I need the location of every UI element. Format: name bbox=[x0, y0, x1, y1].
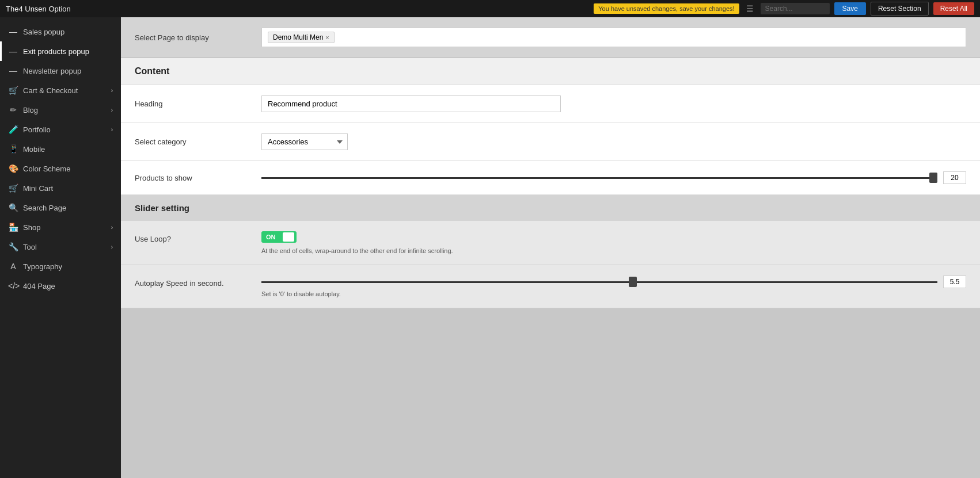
category-control: AccessoriesMenWomenKids bbox=[261, 133, 966, 150]
autoplay-slider[interactable] bbox=[261, 281, 937, 283]
sidebar-item-shop[interactable]: 🏪Shop› bbox=[0, 217, 121, 237]
sidebar-item-label-cart-checkout: Cart & Checkout bbox=[23, 86, 78, 95]
sidebar-item-label-404-page: 404 Page bbox=[23, 282, 55, 290]
save-button[interactable]: Save bbox=[834, 2, 866, 15]
sidebar-item-label-mini-cart: Mini Cart bbox=[23, 184, 53, 193]
products-field-row: Products to show 20 bbox=[121, 161, 980, 195]
page-tag: Demo Multi Men × bbox=[268, 32, 335, 43]
sidebar-item-search-page[interactable]: 🔍Search Page bbox=[0, 198, 121, 217]
slider-section-title: Slider setting bbox=[135, 203, 966, 213]
sidebar-item-icon-exit-products-popup: — bbox=[8, 47, 18, 56]
toggle-wrap: ON bbox=[261, 231, 966, 243]
heading-label: Heading bbox=[135, 100, 250, 108]
sidebar-item-icon-mobile: 📱 bbox=[8, 144, 18, 154]
sidebar-item-icon-blog: ✏ bbox=[8, 105, 18, 114]
sidebar-item-icon-search-page: 🔍 bbox=[8, 203, 18, 212]
select-page-section: Select Page to display Demo Multi Men × bbox=[121, 17, 980, 58]
use-loop-hint: At the end of cells, wrap-around to the … bbox=[261, 247, 966, 254]
sidebar-arrow-blog: › bbox=[111, 107, 113, 113]
autoplay-hint: Set is '0' to disable autoplay. bbox=[261, 290, 966, 297]
sidebar-item-label-typography: Typography bbox=[23, 262, 62, 271]
sidebar-item-icon-portfolio: 🧪 bbox=[8, 125, 18, 134]
use-loop-label: Use Loop? bbox=[135, 231, 250, 243]
sidebar-item-label-blog: Blog bbox=[23, 106, 38, 114]
sidebar-item-icon-tool: 🔧 bbox=[8, 242, 18, 251]
reset-all-button[interactable]: Reset All bbox=[933, 2, 974, 15]
content-panel: Content Heading Select category Accessor… bbox=[121, 58, 980, 195]
products-label: Products to show bbox=[135, 174, 250, 182]
sidebar-item-label-sales-popup: Sales popup bbox=[23, 28, 64, 36]
select-page-label: Select Page to display bbox=[135, 33, 250, 42]
content-section-title: Content bbox=[135, 66, 966, 77]
category-field-row: Select category AccessoriesMenWomenKids bbox=[121, 123, 980, 161]
search-input[interactable] bbox=[761, 3, 830, 14]
toggle-switch[interactable] bbox=[280, 231, 297, 243]
use-loop-field-row: Use Loop? ON At the end of cells, wrap-a… bbox=[121, 221, 980, 265]
sidebar-item-newsletter-popup[interactable]: —Newsletter popup bbox=[0, 61, 121, 81]
tag-remove-button[interactable]: × bbox=[325, 34, 329, 41]
category-select[interactable]: AccessoriesMenWomenKids bbox=[261, 133, 348, 150]
sidebar-arrow-shop: › bbox=[111, 224, 113, 231]
sidebar-item-mini-cart[interactable]: 🛒Mini Cart bbox=[0, 178, 121, 198]
sidebar-item-label-exit-products-popup: Exit products popup bbox=[23, 47, 89, 56]
sidebar-item-exit-products-popup[interactable]: —Exit products popup bbox=[0, 41, 121, 61]
autoplay-slider-row: 5.5 bbox=[261, 276, 966, 288]
toggle-knob bbox=[283, 232, 294, 242]
sidebar-item-blog[interactable]: ✏Blog› bbox=[0, 100, 121, 120]
slider-section-header: Slider setting bbox=[121, 195, 980, 221]
unsaved-notice: You have unsaved changes, save your chan… bbox=[594, 3, 739, 14]
sidebar-item-label-newsletter-popup: Newsletter popup bbox=[23, 67, 81, 75]
sidebar: —Sales popup—Exit products popup—Newslet… bbox=[0, 17, 121, 478]
autoplay-control: 5.5 Set is '0' to disable autoplay. bbox=[261, 276, 966, 297]
heading-control bbox=[261, 95, 966, 112]
content-area: Select Page to display Demo Multi Men × … bbox=[121, 17, 980, 478]
reset-section-button[interactable]: Reset Section bbox=[871, 2, 929, 16]
sidebar-item-sales-popup[interactable]: —Sales popup bbox=[0, 22, 121, 41]
sidebar-item-icon-mini-cart: 🛒 bbox=[8, 183, 18, 193]
products-slider[interactable] bbox=[261, 177, 937, 179]
sidebar-item-label-tool: Tool bbox=[23, 243, 37, 251]
sidebar-item-icon-color-scheme: 🎨 bbox=[8, 164, 18, 173]
sidebar-arrow-portfolio: › bbox=[111, 127, 113, 133]
content-panel-header: Content bbox=[121, 58, 980, 85]
sidebar-arrow-tool: › bbox=[111, 244, 113, 250]
sidebar-item-label-shop: Shop bbox=[23, 223, 40, 232]
toggle-on-label: ON bbox=[261, 231, 280, 243]
sidebar-item-color-scheme[interactable]: 🎨Color Scheme bbox=[0, 159, 121, 178]
sidebar-item-mobile[interactable]: 📱Mobile bbox=[0, 139, 121, 159]
autoplay-field-row: Autoplay Speed in second. 5.5 Set is '0'… bbox=[121, 265, 980, 308]
sidebar-item-404-page[interactable]: </>404 Page bbox=[0, 276, 121, 296]
sidebar-item-icon-typography: A bbox=[8, 262, 18, 271]
sidebar-item-icon-shop: 🏪 bbox=[8, 223, 18, 232]
heading-input[interactable] bbox=[261, 95, 561, 112]
sidebar-arrow-cart-checkout: › bbox=[111, 87, 113, 94]
sidebar-item-icon-cart-checkout: 🛒 bbox=[8, 86, 18, 95]
sidebar-item-label-mobile: Mobile bbox=[23, 145, 45, 154]
sidebar-item-label-search-page: Search Page bbox=[23, 204, 66, 212]
sidebar-item-cart-checkout[interactable]: 🛒Cart & Checkout› bbox=[0, 81, 121, 100]
main-layout: —Sales popup—Exit products popup—Newslet… bbox=[0, 17, 980, 478]
products-slider-control: 20 bbox=[261, 171, 966, 184]
category-label: Select category bbox=[135, 137, 250, 146]
products-value: 20 bbox=[943, 171, 966, 184]
app-title: The4 Unsen Option bbox=[6, 5, 71, 13]
sidebar-item-label-color-scheme: Color Scheme bbox=[23, 165, 70, 173]
heading-field-row: Heading bbox=[121, 85, 980, 123]
page-tag-input[interactable]: Demo Multi Men × bbox=[261, 28, 966, 47]
use-loop-control: ON At the end of cells, wrap-around to t… bbox=[261, 231, 966, 254]
top-bar: The4 Unsen Option You have unsaved chang… bbox=[0, 0, 980, 17]
sidebar-item-icon-sales-popup: — bbox=[8, 27, 18, 36]
sidebar-item-typography[interactable]: ATypography bbox=[0, 257, 121, 276]
list-icon[interactable]: ☰ bbox=[744, 3, 756, 14]
tag-value: Demo Multi Men bbox=[273, 33, 323, 41]
autoplay-value: 5.5 bbox=[943, 276, 966, 288]
sidebar-item-label-portfolio: Portfolio bbox=[23, 125, 51, 134]
sidebar-item-icon-404-page: </> bbox=[8, 281, 18, 290]
sidebar-item-icon-newsletter-popup: — bbox=[8, 66, 18, 75]
sidebar-item-tool[interactable]: 🔧Tool› bbox=[0, 237, 121, 257]
sidebar-item-portfolio[interactable]: 🧪Portfolio› bbox=[0, 120, 121, 139]
autoplay-label: Autoplay Speed in second. bbox=[135, 276, 250, 288]
